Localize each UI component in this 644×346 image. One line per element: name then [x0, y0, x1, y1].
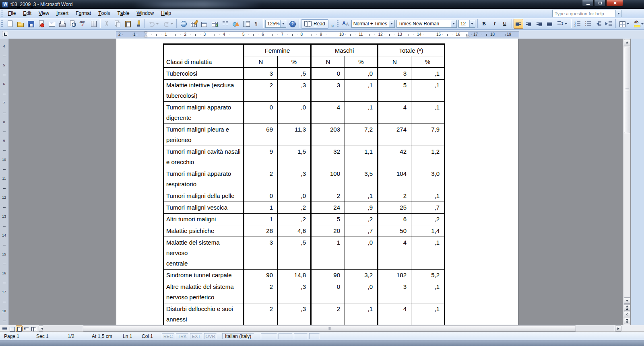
hyperlink-button[interactable]	[178, 19, 188, 29]
column-subheader[interactable]: %	[278, 56, 311, 68]
value-cell[interactable]: 5,2	[411, 270, 445, 281]
horizontal-scroll-thumb[interactable]	[83, 325, 576, 332]
value-cell[interactable]: 14,8	[278, 270, 311, 281]
value-cell[interactable]: 4	[378, 303, 411, 325]
drawing-button[interactable]	[231, 19, 240, 29]
read-button[interactable]: Read	[301, 19, 328, 29]
close-button[interactable]	[606, 0, 623, 6]
right-indent-marker[interactable]	[466, 35, 469, 37]
reading-view-button[interactable]	[30, 325, 37, 332]
value-cell[interactable]: 1	[311, 237, 345, 270]
decrease-indent-button[interactable]	[594, 19, 603, 29]
value-cell[interactable]: 0	[244, 190, 278, 202]
insert-excel-button[interactable]	[210, 19, 219, 29]
row-label-cell[interactable]: Tubercolosi	[164, 68, 244, 80]
previous-page-button[interactable]	[624, 304, 630, 311]
row-label-cell[interactable]: Altri tumori maligni	[164, 214, 244, 225]
row-label-cell[interactable]: Tumori maligni della pelle	[164, 190, 244, 202]
value-cell[interactable]: ,3	[278, 281, 311, 303]
document-map-button[interactable]	[241, 19, 251, 29]
value-cell[interactable]: 7,2	[345, 124, 378, 146]
menu-item-window[interactable]: Window	[133, 9, 158, 18]
status-mode-rec[interactable]: REC	[162, 333, 174, 339]
value-cell[interactable]: ,2	[411, 214, 445, 225]
value-cell[interactable]: 28	[244, 225, 278, 237]
value-cell[interactable]: 2	[244, 80, 278, 102]
font-combo[interactable]: Times New Roman	[396, 20, 457, 28]
vertical-scrollbar[interactable]	[623, 39, 630, 325]
value-cell[interactable]: 5	[311, 214, 345, 225]
column-subheader[interactable]: N	[311, 56, 345, 68]
value-cell[interactable]: 25	[378, 202, 411, 214]
value-cell[interactable]: 104	[378, 168, 411, 190]
scroll-up-button[interactable]	[624, 39, 630, 45]
value-cell[interactable]: 9	[244, 146, 278, 168]
print-preview-button[interactable]	[68, 19, 77, 29]
value-cell[interactable]: ,1	[411, 190, 445, 202]
print-button[interactable]	[57, 19, 67, 29]
menu-item-insert[interactable]: Insert	[53, 9, 72, 18]
permission-button[interactable]	[36, 19, 46, 29]
row-label-cell[interactable]: Tumori maligni vescica	[164, 202, 244, 214]
value-cell[interactable]: 3	[311, 80, 345, 102]
undo-dropdown-icon[interactable]	[155, 20, 159, 28]
menu-drag-handle[interactable]	[1, 10, 3, 17]
value-cell[interactable]: 0	[311, 281, 345, 303]
value-cell[interactable]: ,1	[411, 80, 445, 102]
web-view-button[interactable]	[8, 325, 15, 332]
styles-button[interactable]	[341, 19, 350, 29]
value-cell[interactable]: 0	[311, 68, 345, 80]
value-cell[interactable]: ,0	[345, 281, 378, 303]
value-cell[interactable]: 3	[378, 281, 411, 303]
value-cell[interactable]: 2	[378, 190, 411, 202]
value-cell[interactable]: 11,3	[278, 124, 311, 146]
copy-button[interactable]	[112, 19, 122, 29]
value-cell[interactable]: 1,4	[411, 225, 445, 237]
bold-button[interactable]	[479, 19, 489, 29]
value-cell[interactable]: ,3	[278, 80, 311, 102]
value-cell[interactable]: 90	[311, 270, 345, 281]
menu-item-file[interactable]: File	[4, 9, 19, 18]
value-cell[interactable]: ,1	[411, 281, 445, 303]
next-page-button[interactable]	[624, 318, 630, 324]
value-cell[interactable]: ,1	[345, 80, 378, 102]
value-cell[interactable]: 6	[378, 214, 411, 225]
increase-indent-button[interactable]	[604, 19, 614, 29]
scroll-down-button[interactable]	[624, 297, 630, 304]
value-cell[interactable]: 24	[311, 202, 345, 214]
redo-button[interactable]	[161, 19, 175, 29]
value-cell[interactable]: 3	[244, 68, 278, 80]
row-label-cell[interactable]: Tumori maligni apparatorespiratorio	[164, 168, 244, 190]
undo-button[interactable]	[147, 19, 160, 29]
value-cell[interactable]: 2	[311, 190, 345, 202]
tab-selector[interactable]	[2, 31, 8, 37]
value-cell[interactable]: 3,2	[345, 270, 378, 281]
column-subheader[interactable]: N	[244, 56, 278, 68]
value-cell[interactable]: ,0	[345, 237, 378, 270]
value-cell[interactable]: 2	[244, 168, 278, 190]
size-combo[interactable]: 12	[458, 20, 475, 28]
align-left-button[interactable]	[514, 19, 523, 29]
value-cell[interactable]: 3	[244, 237, 278, 270]
first-line-indent-marker[interactable]	[144, 32, 147, 34]
value-cell[interactable]: 0	[244, 102, 278, 124]
spelling-button[interactable]	[78, 19, 88, 29]
value-cell[interactable]: ,7	[411, 202, 445, 214]
row-label-cell[interactable]: Sindrome tunnel carpale	[164, 270, 244, 281]
value-cell[interactable]: 4	[378, 102, 411, 124]
value-cell[interactable]: ,1	[411, 68, 445, 80]
value-cell[interactable]: 4,6	[278, 225, 311, 237]
row-label-cell[interactable]: Malattie del sistema nervosocentrale	[164, 237, 244, 270]
highlight-dropdown-icon[interactable]	[641, 20, 644, 28]
research-button[interactable]	[89, 19, 98, 29]
column-subheader[interactable]: %	[345, 56, 378, 68]
value-cell[interactable]: 203	[311, 124, 345, 146]
column-subheader[interactable]: N	[378, 56, 411, 68]
value-cell[interactable]: ,5	[278, 237, 311, 270]
value-cell[interactable]: 3,0	[411, 168, 445, 190]
value-cell[interactable]: ,1	[411, 303, 445, 325]
horizontal-scroll-track[interactable]	[43, 325, 614, 332]
menu-item-tools[interactable]: Tools	[95, 9, 114, 18]
value-cell[interactable]: ,1	[345, 102, 378, 124]
menu-item-format[interactable]: Format	[72, 9, 95, 18]
